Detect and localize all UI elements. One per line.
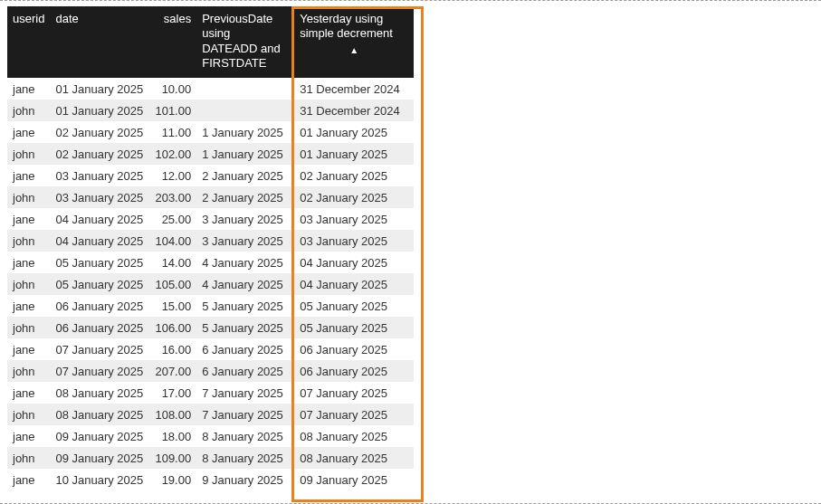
- cell-userid: jane: [7, 469, 50, 490]
- table-row[interactable]: jane03 January 202512.002 January 202502…: [7, 165, 414, 186]
- cell-yesterday: 31 December 2024: [291, 100, 414, 121]
- header-row: userid date sales PreviousDate using DAT…: [7, 6, 414, 78]
- cell-yesterday: 07 January 2025: [291, 404, 414, 425]
- cell-yesterday: 04 January 2025: [291, 252, 414, 273]
- column-header-userid[interactable]: userid: [7, 6, 50, 78]
- cell-sales: 25.00: [149, 208, 196, 230]
- cell-date: 05 January 2025: [50, 273, 149, 295]
- cell-yesterday: 07 January 2025: [291, 382, 414, 404]
- cell-sales: 105.00: [149, 273, 196, 295]
- cell-prevdate: 4 January 2025: [196, 273, 291, 295]
- table-row[interactable]: john02 January 2025102.001 January 20250…: [7, 143, 414, 165]
- cell-date: 08 January 2025: [50, 382, 149, 404]
- table-row[interactable]: john06 January 2025106.005 January 20250…: [7, 317, 414, 338]
- cell-prevdate: 1 January 2025: [196, 143, 291, 165]
- table-row[interactable]: jane05 January 202514.004 January 202504…: [7, 252, 414, 273]
- cell-date: 06 January 2025: [50, 317, 149, 338]
- table-row[interactable]: john05 January 2025105.004 January 20250…: [7, 273, 414, 295]
- table-row[interactable]: john04 January 2025104.003 January 20250…: [7, 230, 414, 252]
- cell-date: 05 January 2025: [50, 252, 149, 273]
- cell-prevdate: [196, 78, 291, 100]
- cell-sales: 207.00: [149, 360, 196, 382]
- cell-userid: john: [7, 230, 50, 252]
- column-header-yesterday[interactable]: Yesterday using simple decrement ▲: [291, 6, 414, 78]
- cell-date: 06 January 2025: [50, 295, 149, 317]
- table-row[interactable]: jane10 January 202519.009 January 202509…: [7, 469, 414, 490]
- cell-prevdate: 2 January 2025: [196, 186, 291, 208]
- column-header-prevdate[interactable]: PreviousDate using DATEADD and FIRSTDATE: [196, 6, 291, 78]
- table-row[interactable]: john09 January 2025109.008 January 20250…: [7, 447, 414, 469]
- cell-sales: 11.00: [149, 121, 196, 143]
- cell-yesterday: 05 January 2025: [291, 295, 414, 317]
- cell-date: 03 January 2025: [50, 165, 149, 186]
- cell-sales: 16.00: [149, 338, 196, 360]
- cell-yesterday: 31 December 2024: [291, 78, 414, 100]
- cell-prevdate: 9 January 2025: [196, 469, 291, 490]
- cell-sales: 15.00: [149, 295, 196, 317]
- cell-sales: 203.00: [149, 186, 196, 208]
- table-row[interactable]: jane09 January 202518.008 January 202508…: [7, 425, 414, 447]
- column-header-yesterday-label: Yesterday using simple decrement: [300, 12, 393, 40]
- table-row[interactable]: john03 January 2025203.002 January 20250…: [7, 186, 414, 208]
- cell-date: 08 January 2025: [50, 404, 149, 425]
- table-row[interactable]: jane02 January 202511.001 January 202501…: [7, 121, 414, 143]
- table-row[interactable]: jane04 January 202525.003 January 202503…: [7, 208, 414, 230]
- table-row[interactable]: jane01 January 202510.0031 December 2024: [7, 78, 414, 100]
- cell-sales: 108.00: [149, 404, 196, 425]
- cell-prevdate: 5 January 2025: [196, 317, 291, 338]
- cell-yesterday: 06 January 2025: [291, 360, 414, 382]
- cell-prevdate: [196, 100, 291, 121]
- table-row[interactable]: john08 January 2025108.007 January 20250…: [7, 404, 414, 425]
- table-body: jane01 January 202510.0031 December 2024…: [7, 78, 414, 490]
- cell-userid: john: [7, 273, 50, 295]
- cell-date: 09 January 2025: [50, 425, 149, 447]
- cell-sales: 12.00: [149, 165, 196, 186]
- column-header-sales[interactable]: sales: [149, 6, 196, 78]
- cell-date: 03 January 2025: [50, 186, 149, 208]
- cell-userid: john: [7, 447, 50, 469]
- cell-date: 10 January 2025: [50, 469, 149, 490]
- cell-userid: jane: [7, 208, 50, 230]
- cell-yesterday: 06 January 2025: [291, 338, 414, 360]
- cell-sales: 14.00: [149, 252, 196, 273]
- cell-userid: john: [7, 143, 50, 165]
- cell-userid: jane: [7, 165, 50, 186]
- sort-ascending-icon: ▲: [300, 45, 408, 57]
- column-header-date[interactable]: date: [50, 6, 149, 78]
- cell-yesterday: 01 January 2025: [291, 121, 414, 143]
- cell-date: 09 January 2025: [50, 447, 149, 469]
- cell-yesterday: 08 January 2025: [291, 447, 414, 469]
- cell-userid: john: [7, 404, 50, 425]
- cell-userid: jane: [7, 382, 50, 404]
- table-row[interactable]: jane06 January 202515.005 January 202505…: [7, 295, 414, 317]
- cell-date: 02 January 2025: [50, 121, 149, 143]
- cell-userid: jane: [7, 425, 50, 447]
- cell-prevdate: 3 January 2025: [196, 208, 291, 230]
- data-table-container: userid date sales PreviousDate using DAT…: [7, 6, 814, 499]
- cell-sales: 19.00: [149, 469, 196, 490]
- data-table: userid date sales PreviousDate using DAT…: [7, 6, 414, 490]
- table-row[interactable]: john01 January 2025101.0031 December 202…: [7, 100, 414, 121]
- cell-sales: 18.00: [149, 425, 196, 447]
- table-row[interactable]: john07 January 2025207.006 January 20250…: [7, 360, 414, 382]
- cell-prevdate: 7 January 2025: [196, 404, 291, 425]
- cell-userid: john: [7, 100, 50, 121]
- cell-prevdate: 1 January 2025: [196, 121, 291, 143]
- cell-userid: jane: [7, 121, 50, 143]
- cell-yesterday: 04 January 2025: [291, 273, 414, 295]
- cell-prevdate: 7 January 2025: [196, 382, 291, 404]
- cell-date: 01 January 2025: [50, 100, 149, 121]
- cell-userid: jane: [7, 338, 50, 360]
- cell-sales: 106.00: [149, 317, 196, 338]
- cell-prevdate: 8 January 2025: [196, 425, 291, 447]
- cell-yesterday: 03 January 2025: [291, 230, 414, 252]
- table-row[interactable]: jane07 January 202516.006 January 202506…: [7, 338, 414, 360]
- cell-sales: 17.00: [149, 382, 196, 404]
- cell-userid: john: [7, 317, 50, 338]
- cell-userid: jane: [7, 295, 50, 317]
- table-row[interactable]: jane08 January 202517.007 January 202507…: [7, 382, 414, 404]
- cell-prevdate: 2 January 2025: [196, 165, 291, 186]
- cell-date: 04 January 2025: [50, 230, 149, 252]
- cell-date: 02 January 2025: [50, 143, 149, 165]
- cell-sales: 10.00: [149, 78, 196, 100]
